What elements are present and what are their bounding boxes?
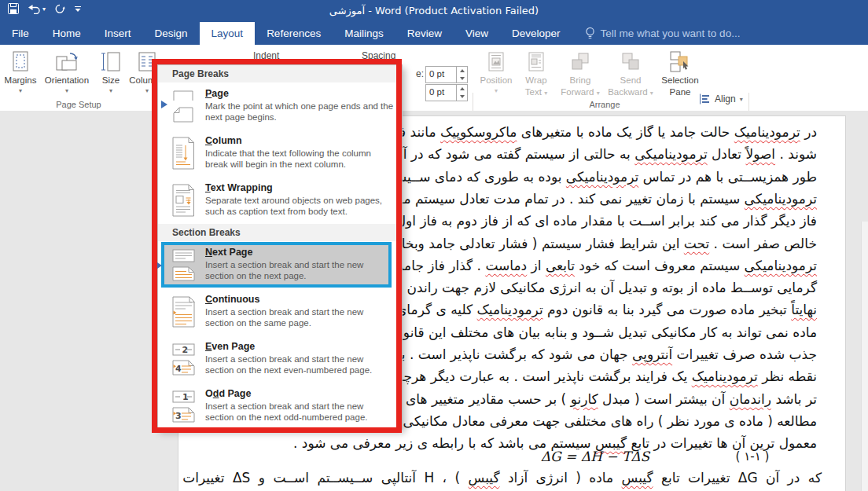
size-icon [100, 50, 122, 74]
document-line: فاز دیگر گذار می کند برابر اســت با مقدا… [373, 213, 817, 229]
menu-item-even-page[interactable]: 24Even PageInsert a section break and st… [158, 335, 402, 383]
svg-text:4: 4 [175, 364, 182, 374]
chevron-down-icon: ▾ [65, 87, 68, 94]
window-title: آموزشی - Word (Product Activation Failed… [0, 0, 868, 21]
spin-down-icon[interactable] [457, 75, 467, 82]
ribbon: Margins▾Orientation▾Size▾Columns▾ Page S… [0, 45, 868, 112]
page-setup-button-margins[interactable]: Margins▾ [2, 46, 39, 107]
svg-text:3: 3 [175, 411, 182, 421]
page-setup-button-orientation[interactable]: Orientation▾ [39, 46, 94, 107]
columns-icon [136, 50, 158, 74]
send-backward-icon [620, 50, 642, 74]
wrap-text-icon [525, 50, 547, 74]
arrange-button-bring-forward: BringForward ▾ [557, 46, 604, 107]
document-line: ترمودینامیکی سیستم با زمان تغییر نمی کند… [380, 191, 817, 207]
chevron-down-icon: ▾ [109, 87, 112, 94]
document-line: ترمودینامیکی سیستم معروف است که خود تابع… [382, 258, 817, 273]
chevron-down-icon: ▾ [19, 87, 22, 94]
bring-forward-icon [569, 50, 591, 74]
formula-number: ( ۱-۱ ) [725, 449, 780, 464]
spin-down-icon[interactable] [457, 93, 467, 101]
oddpage-icon: 13 [170, 389, 197, 423]
formula: ΔG = ΔH − TΔS [536, 449, 654, 464]
menu-item-next-page[interactable]: Next PageInsert a section break and star… [158, 241, 402, 288]
tab-home[interactable]: Home [41, 22, 93, 45]
tab-design[interactable]: Design [143, 22, 200, 45]
selection-pane-icon [668, 50, 692, 74]
arrange-group: Position▾WrapText ▾BringForward ▾SendBac… [476, 46, 703, 107]
document-line: ماده نمی تواند به کار مکانیکی تبدیل شــو… [393, 324, 817, 340]
equation-caption-line: که در آن ΔG تغییرات تابع گیبس ماده ( انر… [182, 470, 822, 486]
spacing-label: Spacing [362, 50, 395, 61]
arrange-button-send-backward: SendBackward ▾ [604, 46, 657, 107]
tab-layout[interactable]: Layout [200, 22, 256, 45]
tab-developer[interactable]: Developer [500, 22, 572, 45]
menu-item-column[interactable]: ColumnIndicate that the text following t… [158, 130, 402, 177]
ribbon-tab-row: FileHomeInsertDesignLayoutReferencesMail… [0, 22, 868, 45]
document-line: نهایتاً تبخیر ماده صورت می گیرد بنا به ق… [396, 302, 817, 317]
chevron-down-icon: ▾ [495, 87, 498, 94]
document-line: گرمایی توســط ماده از بوته و تبدیل آن به… [377, 280, 817, 295]
arrange-button-wrap-text: WrapText ▾ [516, 46, 557, 107]
tab-insert[interactable]: Insert [93, 22, 143, 45]
page-setup-group-label: Page Setup [0, 100, 157, 109]
menu-item-continuous[interactable]: ContinuousInsert a section break and sta… [158, 288, 402, 335]
menu-item-text-wrapping[interactable]: Text WrappingSeparate text around object… [158, 177, 402, 224]
document-line: مطالعه ( ماده ی مورد نظر ) راه های مختلف… [385, 413, 817, 429]
document-line: خالص صفر است . تحت این شرایط فشار سیستم … [371, 236, 817, 251]
arrange-button-position: Position▾ [476, 46, 516, 107]
breaks-dropdown-menu: Page BreaksPageMark the point at which o… [157, 64, 403, 430]
document-line: طور همزیســتی با هم در تماس ترمودینامیکی… [390, 169, 817, 185]
position-icon [485, 50, 507, 74]
tell-me-box[interactable]: Tell me what you want to do... [572, 22, 741, 45]
vertical-scrollbar[interactable] [861, 222, 868, 491]
spin-up-icon[interactable] [457, 67, 467, 75]
spacing-input-1[interactable]: 0 pt [425, 84, 468, 101]
document-line: تر باشد راندمان آن بیشتر است ( مبدل کارن… [382, 391, 817, 407]
menu-item-page[interactable]: PageMark the point at which one page end… [158, 82, 402, 130]
chevron-down-icon: ▾ [145, 87, 149, 94]
document-line: جذب شده صرف تغییرات آنتروپی جهان می شود … [364, 346, 817, 362]
columnbreak-icon [170, 136, 197, 170]
menu-section-header-section-breaks: Section Breaks [158, 224, 402, 241]
tab-file[interactable]: File [0, 22, 41, 45]
spin-up-icon[interactable] [457, 85, 467, 93]
menu-section-header-page-breaks: Page Breaks [158, 65, 402, 82]
menu-item-odd-page[interactable]: 13Odd PageInsert a section break and sta… [158, 383, 402, 430]
continuous-icon [170, 295, 197, 329]
tab-mailings[interactable]: Mailings [333, 22, 395, 45]
textwrap-icon [170, 183, 197, 218]
page-setup-group: Margins▾Orientation▾Size▾Columns▾ [2, 46, 167, 107]
pointer-marker-icon [157, 262, 162, 269]
margins-icon [9, 50, 31, 74]
pointer-marker-icon [161, 101, 167, 108]
nextpage-icon [170, 247, 197, 282]
indent-label: Indent [253, 50, 279, 61]
titlebar: ▾ آموزشی - Word (Product Activation Fail… [0, 0, 868, 22]
tab-view[interactable]: View [454, 22, 500, 45]
arrange-button-selection-pane[interactable]: SelectionPane [657, 46, 703, 107]
arrange-group-label: Arrange [475, 100, 734, 109]
spacing-field-label: e: [416, 68, 424, 79]
tab-review[interactable]: Review [395, 22, 454, 45]
pagebreak-icon [170, 89, 197, 123]
document-line: در ترمودینامیک حالت جامد یا گاز یک ماده … [382, 124, 817, 140]
svg-text:1: 1 [182, 392, 189, 402]
svg-text:2: 2 [182, 345, 189, 355]
lightbulb-icon [585, 27, 595, 40]
document-line: نقطه نظر ترمودینامیک یک فرایند برگشت ناپ… [375, 368, 817, 384]
evenpage-icon: 24 [170, 342, 197, 376]
page-setup-button-size[interactable]: Size▾ [94, 46, 127, 107]
tell-me-label: Tell me what you want to do... [601, 22, 741, 45]
tab-references[interactable]: References [255, 22, 333, 45]
spacing-input-0[interactable]: 0 pt [425, 66, 468, 83]
orientation-icon [55, 50, 79, 74]
word-window: ▾ آموزشی - Word (Product Activation Fail… [0, 0, 868, 491]
document-area: در ترمودینامیک حالت جامد یا گاز یک ماده … [0, 111, 868, 491]
document-line: شوند . اصولاً تعادل ترمودینامیکی به حالت… [372, 146, 817, 162]
